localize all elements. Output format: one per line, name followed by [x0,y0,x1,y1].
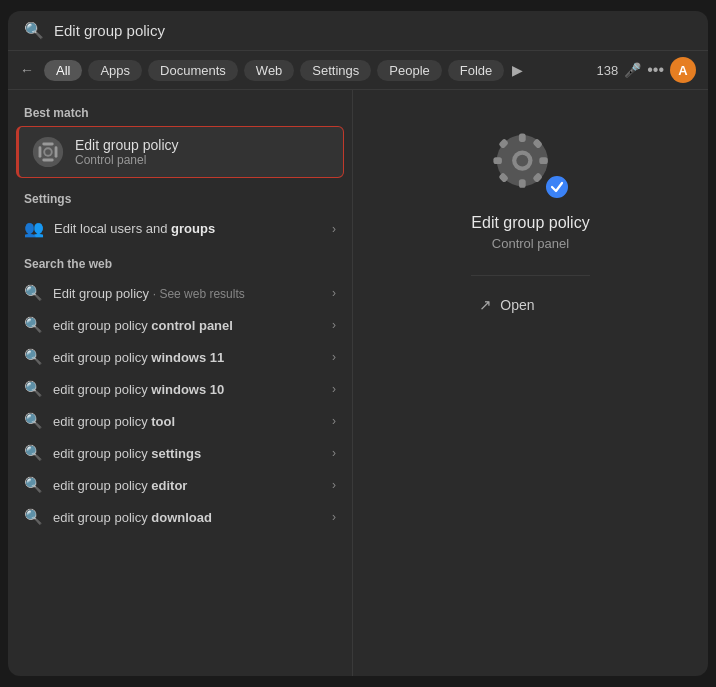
search-web-icon-7: 🔍 [24,508,43,526]
search-web-icon-1: 🔍 [24,316,43,334]
best-match-text: Edit group policy Control panel [75,137,179,167]
settings-item-users[interactable]: 👥 Edit local users and groups › [8,212,352,245]
web-search-label: Search the web [8,253,352,277]
chevron-right-icon-w3: › [332,382,336,396]
best-match-title: Edit group policy [75,137,179,153]
filter-all[interactable]: All [44,60,82,81]
settings-item-text: Edit local users and groups [54,221,322,236]
web-item-1[interactable]: 🔍 edit group policy control panel › [8,309,352,341]
svg-point-6 [45,149,51,155]
search-icon: 🔍 [24,21,44,40]
web-item-4[interactable]: 🔍 edit group policy tool › [8,405,352,437]
settings-section: Settings 👥 Edit local users and groups › [8,188,352,245]
chevron-right-icon-w4: › [332,414,336,428]
result-count: 138 [596,63,618,78]
right-panel: Edit group policy Control panel ↗ Open [353,90,708,676]
svg-rect-3 [39,146,42,157]
web-item-text-7: edit group policy download [53,510,322,525]
search-web-icon-5: 🔍 [24,444,43,462]
best-match-subtitle: Control panel [75,153,179,167]
web-item-text-0: Edit group policy · See web results [53,286,322,301]
chevron-right-icon-w0: › [332,286,336,300]
users-icon: 👥 [24,219,44,238]
open-icon: ↗ [479,296,492,314]
chevron-right-icon-w2: › [332,350,336,364]
mic-icon: 🎤 [624,62,641,78]
chevron-right-icon-w5: › [332,446,336,460]
chevron-right-icon-w7: › [332,510,336,524]
svg-rect-2 [42,159,53,162]
svg-rect-13 [540,157,549,164]
best-match-app-icon [31,135,65,169]
filter-apps[interactable]: Apps [88,60,142,81]
open-button[interactable]: ↗ Open [471,290,542,320]
search-web-icon-3: 🔍 [24,380,43,398]
web-item-text-6: edit group policy editor [53,478,322,493]
app-icon-container [490,130,570,200]
divider [471,275,589,276]
web-item-7[interactable]: 🔍 edit group policy download › [8,501,352,533]
svg-rect-12 [494,157,503,164]
open-label: Open [500,297,534,313]
search-web-icon-4: 🔍 [24,412,43,430]
app-type: Control panel [492,236,569,251]
svg-rect-11 [519,179,526,188]
search-bar: 🔍 [8,11,708,51]
web-item-5[interactable]: 🔍 edit group policy settings › [8,437,352,469]
web-item-3[interactable]: 🔍 edit group policy windows 10 › [8,373,352,405]
svg-point-9 [517,155,529,167]
check-badge [544,174,570,200]
web-item-text-5: edit group policy settings [53,446,322,461]
web-item-0[interactable]: 🔍 Edit group policy · See web results › [8,277,352,309]
main-content: Best match [8,90,708,676]
filter-bar: ← All Apps Documents Web Settings People… [8,51,708,90]
avatar[interactable]: A [670,57,696,83]
web-item-text-2: edit group policy windows 11 [53,350,322,365]
search-web-icon-0: 🔍 [24,284,43,302]
left-panel: Best match [8,90,353,676]
chevron-right-icon-w1: › [332,318,336,332]
web-search-section: Search the web 🔍 Edit group policy · See… [8,253,352,533]
search-window: 🔍 ← All Apps Documents Web Settings Peop… [8,11,708,676]
web-item-text-3: edit group policy windows 10 [53,382,322,397]
back-button[interactable]: ← [20,62,34,78]
web-item-2[interactable]: 🔍 edit group policy windows 11 › [8,341,352,373]
best-match-item[interactable]: Edit group policy Control panel [16,126,344,178]
svg-rect-4 [55,146,58,157]
web-item-text-4: edit group policy tool [53,414,322,429]
checkmark-icon [550,180,564,194]
svg-rect-1 [42,143,53,146]
more-options-icon[interactable]: ••• [647,61,664,79]
filter-settings[interactable]: Settings [300,60,371,81]
app-name: Edit group policy [471,214,589,232]
filter-documents[interactable]: Documents [148,60,238,81]
search-input[interactable] [54,22,692,39]
filter-web[interactable]: Web [244,60,295,81]
best-match-label: Best match [8,102,352,126]
search-web-icon-6: 🔍 [24,476,43,494]
filter-folders[interactable]: Folde [448,60,505,81]
filter-people[interactable]: People [377,60,441,81]
svg-rect-10 [519,133,526,142]
search-web-icon-2: 🔍 [24,348,43,366]
web-item-6[interactable]: 🔍 edit group policy editor › [8,469,352,501]
play-icon: ▶ [512,62,523,78]
filter-right-controls: 138 🎤 ••• A [596,57,696,83]
chevron-right-icon: › [332,222,336,236]
chevron-right-icon-w6: › [332,478,336,492]
app-preview: Edit group policy Control panel ↗ Open [471,130,589,320]
settings-label: Settings [8,188,352,212]
web-item-text-1: edit group policy control panel [53,318,322,333]
